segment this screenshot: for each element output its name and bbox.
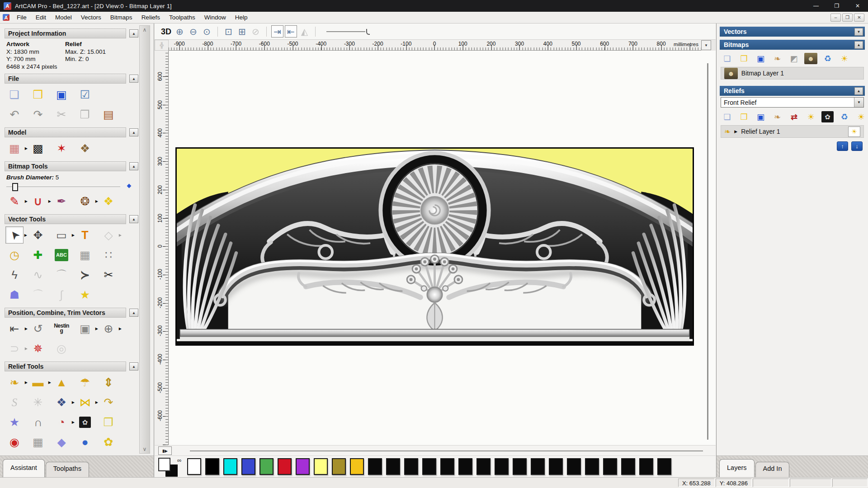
dropdown-arrow-icon[interactable]: ▼ <box>854 98 863 107</box>
palette-swatch-21[interactable] <box>567 458 581 475</box>
zoom-box-icon[interactable]: ⊡ <box>222 25 235 38</box>
wrap-text-icon[interactable]: ◇▶ <box>99 226 118 244</box>
toggle-bitmap-view-icon[interactable]: ⇥ <box>271 25 283 38</box>
draw-selection-icon[interactable]: ❖ <box>99 192 118 210</box>
text-block-icon[interactable]: ABC <box>52 246 71 263</box>
artwork-2d-view[interactable] <box>175 147 694 346</box>
distort-grid-icon[interactable]: ▦ <box>76 246 94 263</box>
lighting-icon[interactable]: ✶ <box>52 140 71 157</box>
brush-diameter-slider[interactable] <box>6 183 120 191</box>
toggle-all-reliefs-icon[interactable]: ☀ <box>855 111 867 122</box>
vertical-scrollbar[interactable] <box>707 63 708 440</box>
mdi-restore-icon[interactable]: ❐ <box>842 14 853 22</box>
expand-relief-layer-icon[interactable]: ▶ <box>734 129 737 134</box>
flood-fill-icon[interactable]: ∪▶ <box>29 192 47 210</box>
panel-scrollbar[interactable]: ∧ ∨ <box>139 25 150 454</box>
tab-assistant[interactable]: Assistant <box>3 459 45 477</box>
link-colours-icon[interactable]: ∞ <box>177 457 181 464</box>
toggle-vector-view-icon[interactable]: ⇤ <box>285 25 297 38</box>
palette-swatch-26[interactable] <box>657 458 671 475</box>
palette-swatch-9[interactable] <box>350 458 364 475</box>
paint-icon[interactable]: ✎▶ <box>5 192 24 210</box>
palette-swatch-10[interactable] <box>368 458 382 475</box>
greyscale-relief-icon[interactable]: ✿ <box>821 111 834 122</box>
weld-vectors-icon[interactable]: ⊕▶ <box>99 320 118 337</box>
menu-edit[interactable]: Edit <box>31 13 51 22</box>
align-vectors-icon[interactable]: ⇤▶ <box>5 320 24 337</box>
ruler-corner-box[interactable]: ╬ <box>155 40 169 51</box>
vector-texture-icon[interactable]: ✵ <box>29 340 47 357</box>
layer-visibility-button[interactable]: ☀ <box>848 127 860 137</box>
flyout-arrow-icon[interactable]: ▶ <box>95 327 98 331</box>
collapse-section-icon[interactable]: ▲ <box>129 215 138 223</box>
flyout-arrow-icon[interactable]: ▶ <box>119 233 122 237</box>
turn-relief-icon[interactable]: ◉ <box>5 433 24 450</box>
offset-stack-icon[interactable]: ❐ <box>99 413 118 431</box>
palette-swatch-3[interactable] <box>241 458 255 475</box>
expand-vectors-icon[interactable]: ▼ <box>854 28 863 36</box>
view-3d-button[interactable]: 3D <box>160 25 172 38</box>
palette-swatch-23[interactable] <box>603 458 617 475</box>
zoom-previous-icon[interactable]: ⊙ <box>201 25 213 38</box>
primary-secondary-colours[interactable]: ∞ <box>158 458 184 477</box>
palette-swatch-7[interactable] <box>314 458 328 475</box>
create-dome-icon[interactable]: ☗ <box>5 286 24 303</box>
create-text-icon[interactable]: T <box>76 226 94 244</box>
zoom-in-icon[interactable]: ⊕ <box>174 25 186 38</box>
bitmap-layer-row[interactable]: ☻ Bitmap Layer 1 <box>721 67 864 80</box>
zoom-fit-icon[interactable]: ⊞ <box>236 25 248 38</box>
collapse-section-icon[interactable]: ▲ <box>129 362 138 371</box>
menu-toolpaths[interactable]: Toolpaths <box>165 13 200 22</box>
palette-swatch-18[interactable] <box>513 458 527 475</box>
palette-icon[interactable]: ❂▶ <box>76 192 94 210</box>
freehand-curve-icon[interactable]: ∿ <box>29 266 47 283</box>
flyout-arrow-icon[interactable]: ▶ <box>25 327 28 331</box>
palette-swatch-6[interactable] <box>296 458 310 475</box>
flyout-arrow-icon[interactable]: ▶ <box>95 400 98 404</box>
preview-relief-icon[interactable]: ◭ <box>298 25 311 38</box>
delete-bitmap-icon[interactable]: ♻ <box>821 53 834 64</box>
copy-icon[interactable]: ❐ <box>76 106 94 123</box>
ruler-options-icon[interactable]: ▼ <box>701 40 711 50</box>
palette-swatch-4[interactable] <box>259 458 274 475</box>
2d-view-canvas[interactable] <box>169 51 716 445</box>
flyout-arrow-icon[interactable]: ▶ <box>48 199 51 203</box>
tab-toolpaths[interactable]: Toolpaths <box>46 462 89 477</box>
zoom-selected-icon[interactable]: ⊘ <box>250 25 262 38</box>
menu-bitmaps[interactable]: Bitmaps <box>106 13 137 22</box>
collapse-bitmaps-icon[interactable]: ▲ <box>854 41 863 49</box>
flyout-arrow-icon[interactable]: ▶ <box>72 420 75 424</box>
zoom-out-icon[interactable]: ⊖ <box>187 25 199 38</box>
toggle-all-bitmaps-icon[interactable]: ☀ <box>838 53 850 64</box>
create-arc-icon[interactable]: ⌒ <box>52 266 71 283</box>
bitmap-sketch-icon[interactable]: ❧ <box>771 53 783 64</box>
move-layer-up-icon[interactable]: ↑ <box>837 141 848 151</box>
relief-visibility-icon[interactable]: ☀ <box>805 111 817 122</box>
text-on-curve-icon[interactable]: ↺ <box>29 320 47 337</box>
weave-wizard-icon[interactable]: ✳ <box>29 394 47 411</box>
restore-window-icon[interactable]: ❐ <box>826 0 847 12</box>
palette-swatch-2[interactable] <box>223 458 237 475</box>
mdi-minimize-icon[interactable]: – <box>830 14 841 22</box>
scroll-right-icon[interactable]: ▮▶ <box>158 446 172 455</box>
model-from-bitmap-icon[interactable]: ▦▶ <box>5 140 24 157</box>
new-model-icon[interactable]: ❏ <box>5 86 24 103</box>
spiral-icon[interactable]: ◎ <box>52 340 71 357</box>
texture-relief-icon[interactable]: ● <box>76 433 94 450</box>
scroll-down-icon[interactable]: ∨ <box>140 446 150 452</box>
colour-dot-icon[interactable] <box>127 184 132 188</box>
palette-swatch-16[interactable] <box>476 458 491 475</box>
menu-vectors[interactable]: Vectors <box>76 13 106 22</box>
minimize-window-icon[interactable]: — <box>806 0 826 12</box>
palette-swatch-25[interactable] <box>639 458 653 475</box>
corner-polyline-icon[interactable]: ≻ <box>76 266 94 283</box>
menu-file[interactable]: File <box>12 13 31 22</box>
fillet-icon[interactable]: ⌒ <box>29 286 47 303</box>
horizontal-scrollbar[interactable]: ▮▶ <box>155 445 716 455</box>
relief-sketch-icon[interactable]: ❧ <box>771 111 783 122</box>
select-vectors-icon[interactable]: ➤▶ <box>5 226 24 244</box>
sculpt-relief-icon[interactable]: ❧▶ <box>5 374 24 391</box>
palette-swatch-22[interactable] <box>585 458 599 475</box>
primary-colour-swatch[interactable] <box>158 458 170 471</box>
close-window-icon[interactable]: ✕ <box>847 0 868 12</box>
